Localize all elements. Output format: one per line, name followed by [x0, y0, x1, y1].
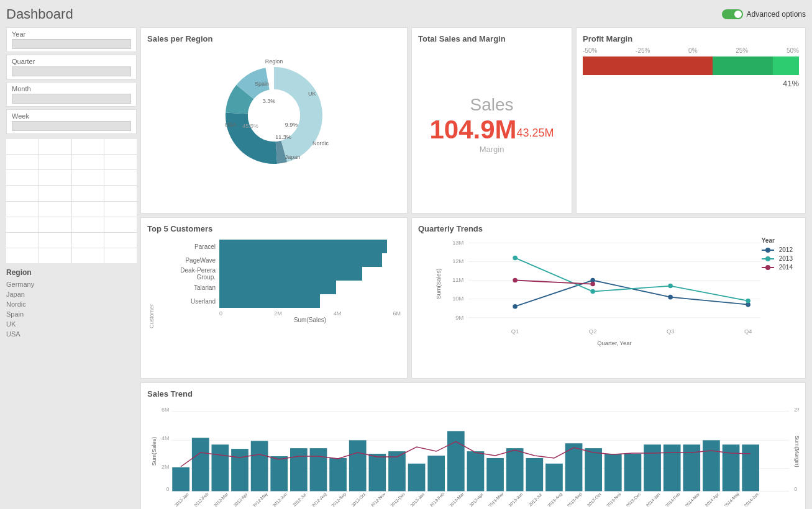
svg-text:9.9%: 9.9%: [285, 122, 298, 128]
line-2012: [515, 281, 748, 307]
svg-rect-59: [427, 456, 445, 491]
filter-week-bar[interactable]: [12, 121, 131, 131]
legend-label-2013: 2013: [779, 255, 793, 262]
dot-2014-q1: [513, 278, 518, 283]
dot-2014-q2: [590, 282, 595, 287]
svg-rect-61: [467, 451, 485, 491]
svg-text:2013-Aug: 2013-Aug: [547, 492, 563, 507]
bar-row-pagewave: PageWave: [160, 253, 401, 267]
grid-cell: [6, 170, 39, 185]
region-item-japan[interactable]: Japan: [6, 289, 137, 299]
svg-rect-73: [703, 440, 720, 491]
svg-text:2013-Dec: 2013-Dec: [625, 492, 642, 507]
sales-per-region-panel: Sales per Region: [140, 27, 408, 214]
svg-point-5: [248, 89, 300, 142]
advanced-options-control[interactable]: Advanced options: [722, 9, 806, 19]
legend-label-2012: 2012: [779, 246, 793, 253]
grid-cell: [104, 139, 137, 154]
svg-text:10M: 10M: [452, 295, 463, 302]
quarterly-legend: Year 2012 2013: [762, 237, 793, 273]
svg-rect-51: [270, 456, 288, 491]
profit-axis: -50% -25% 0% 25% 50%: [583, 47, 799, 54]
axis-label-n25: -25%: [636, 47, 650, 54]
filter-quarter-bar[interactable]: [12, 66, 131, 76]
sales-trend-panel: Sales Trend 6M 4M 2M 0 Sum(Sales) 2M: [140, 382, 806, 509]
region-item-spain[interactable]: Spain: [6, 309, 137, 319]
legend-2014: 2014: [762, 264, 793, 271]
bar-fill-talarian: [219, 281, 336, 294]
total-sales-title: Total Sales and Margin: [418, 34, 565, 43]
filter-year-label: Year: [12, 30, 131, 38]
header: Dashboard Advanced options: [6, 6, 806, 22]
svg-rect-71: [664, 444, 681, 491]
svg-rect-53: [310, 448, 327, 491]
filter-month-label: Month: [12, 85, 131, 92]
profit-bar-positive: [713, 56, 773, 75]
svg-text:0: 0: [794, 486, 797, 492]
region-filter-section: Region Germany Japan Nordic Spain UK USA: [6, 268, 137, 339]
grid-cell: [6, 217, 39, 232]
svg-rect-52: [290, 448, 308, 491]
filter-month[interactable]: Month: [6, 82, 137, 107]
filter-year-bar[interactable]: [12, 39, 131, 49]
grid-cell: [6, 248, 39, 263]
margin-value-inline: 43.25M: [517, 127, 554, 139]
svg-rect-67: [585, 448, 602, 491]
grid-cell: [6, 233, 39, 248]
svg-text:2013-Oct: 2013-Oct: [586, 492, 602, 507]
svg-text:2012-Dec: 2012-Dec: [390, 492, 406, 507]
svg-rect-54: [329, 458, 347, 491]
svg-text:9M: 9M: [455, 314, 463, 321]
quarterly-trends-panel: Quarterly Trends Year 2012: [411, 217, 806, 379]
main-layout: Year Quarter Month Week: [6, 27, 806, 509]
bar-fill-deakperera: [219, 267, 362, 281]
grid-cell: [72, 217, 104, 232]
svg-text:2013-Jul: 2013-Jul: [528, 492, 543, 507]
region-section-title: Region: [6, 268, 137, 277]
svg-text:Q3: Q3: [667, 328, 675, 335]
bar-label-userland: Userland: [160, 298, 216, 305]
grid-cell: [39, 217, 71, 232]
bar-row-userland: Userland: [160, 294, 401, 308]
sales-value-row: 104.9M 43.25M: [429, 115, 554, 145]
filter-year[interactable]: Year: [6, 27, 137, 52]
middle-row: Top 5 Customers Customer Paracel PageWav…: [140, 217, 806, 379]
bottom-row: Sales Trend 6M 4M 2M 0 Sum(Sales) 2M: [140, 382, 806, 509]
region-item-usa[interactable]: USA: [6, 329, 137, 339]
axis-label-25: 25%: [736, 47, 748, 54]
bar-fill-paracel: [219, 240, 387, 253]
dashboard-page: Dashboard Advanced options Year Quarter …: [0, 0, 812, 509]
svg-rect-68: [604, 454, 622, 491]
svg-text:3.3%: 3.3%: [263, 98, 276, 104]
region-item-uk[interactable]: UK: [6, 319, 137, 329]
svg-text:2014-Jan: 2014-Jan: [645, 492, 660, 507]
axis-label-50: 50%: [787, 47, 799, 54]
profit-bar-extra: [773, 56, 799, 75]
filter-month-bar[interactable]: [12, 94, 131, 104]
svg-text:2012-Jan: 2012-Jan: [173, 492, 189, 507]
filter-quarter[interactable]: Quarter: [6, 55, 137, 79]
bar-label-pagewave: PageWave: [160, 257, 216, 264]
grid-cell: [104, 170, 137, 185]
advanced-options-toggle[interactable]: [722, 9, 743, 19]
legend-2012: 2012: [762, 246, 793, 253]
region-item-nordic[interactable]: Nordic: [6, 299, 137, 309]
svg-rect-50: [251, 441, 268, 491]
svg-text:Q1: Q1: [511, 328, 519, 335]
grid-cell: [104, 233, 137, 248]
page-title: Dashboard: [6, 6, 73, 22]
grid-cell: [104, 202, 137, 217]
filter-week[interactable]: Week: [6, 109, 137, 134]
filter-quarter-label: Quarter: [12, 58, 131, 65]
advanced-options-label: Advanced options: [747, 10, 806, 19]
svg-text:Q4: Q4: [744, 328, 752, 335]
top5-customers-panel: Top 5 Customers Customer Paracel PageWav…: [140, 217, 408, 379]
legend-line-2013: [762, 258, 774, 259]
region-item-germany[interactable]: Germany: [6, 279, 137, 289]
svg-text:2012-Nov: 2012-Nov: [370, 492, 386, 507]
dot-2013-q1: [513, 256, 518, 261]
margin-label: Margin: [480, 145, 504, 154]
svg-rect-65: [545, 464, 563, 491]
grid-cell: [39, 155, 71, 169]
grid-cell: [72, 186, 104, 200]
